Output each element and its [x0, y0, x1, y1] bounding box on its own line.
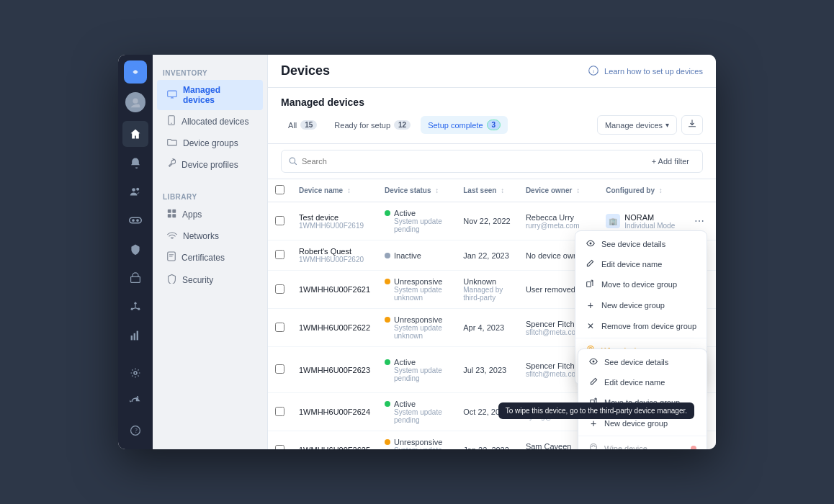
svg-rect-15 — [134, 333, 135, 341]
tab-setup-count: 3 — [487, 120, 501, 130]
nav-sync[interactable] — [122, 389, 148, 415]
nav-help[interactable]: ? — [122, 418, 148, 444]
status-dot — [385, 401, 390, 407]
cell-last-seen: Jan 22, 2022 — [456, 431, 519, 450]
tab-setup-complete[interactable]: Setup complete 3 — [421, 116, 508, 134]
nav-users[interactable] — [122, 179, 148, 204]
menu-see-details-2[interactable]: See device details — [578, 352, 707, 372]
nav-vr[interactable] — [122, 207, 148, 233]
menu-divider-1 — [575, 338, 707, 338]
col-device-owner: Device owner ↕ — [519, 179, 598, 202]
cell-last-seen: Apr 4, 2023 — [456, 309, 519, 347]
eye-icon-2 — [588, 357, 598, 367]
learn-link[interactable]: Learn how to set up devices — [604, 67, 703, 76]
sort-icon-owner[interactable]: ↕ — [576, 186, 580, 194]
chevron-down-icon: ▾ — [665, 121, 669, 129]
secondary-sidebar: Inventory Managed devices Allocated devi… — [153, 55, 268, 449]
eye-icon — [586, 239, 596, 249]
menu-move-group-1[interactable]: Move to device group — [575, 274, 707, 294]
nav-settings-bottom[interactable] — [122, 360, 148, 386]
cell-device-name: 1WMHH6U00F2622 — [292, 309, 377, 347]
add-filter-button[interactable]: + Add filter — [646, 154, 695, 168]
svg-rect-20 — [168, 91, 177, 96]
nav-integrations[interactable] — [122, 294, 148, 320]
svg-rect-14 — [131, 336, 133, 340]
svg-line-34 — [295, 163, 297, 165]
nav-shield[interactable] — [122, 236, 148, 262]
row-checkbox[interactable] — [275, 216, 284, 225]
nav-store[interactable] — [122, 265, 148, 291]
menu-edit-name-2[interactable]: Edit device name — [578, 372, 707, 392]
tooltip-text: To wipe this device, go to the third-par… — [506, 407, 687, 415]
cell-device-name: Robert's Quest1WMHH6U00F2620 — [292, 240, 377, 271]
sidebar-item-networks[interactable]: Networks — [157, 225, 263, 246]
svg-point-1 — [133, 99, 138, 104]
apps-icon — [167, 209, 176, 220]
sidebar-item-device-groups[interactable]: Device groups — [157, 132, 263, 153]
library-section-title: Library — [153, 187, 267, 204]
col-last-seen: Last seen ↕ — [456, 179, 519, 202]
svg-point-27 — [171, 238, 173, 239]
sidebar-item-allocated-devices[interactable]: Allocated devices — [157, 110, 263, 132]
row-actions-button[interactable]: ⋯ — [690, 214, 709, 228]
svg-point-3 — [136, 188, 139, 191]
svg-rect-4 — [130, 217, 142, 223]
svg-rect-16 — [137, 331, 138, 341]
plus-icon-2: + — [588, 418, 598, 429]
sidebar-item-security[interactable]: Security — [157, 269, 263, 291]
sort-icon-status[interactable]: ↕ — [435, 186, 439, 194]
cell-device-status: Unresponsive System update unknown — [377, 271, 456, 309]
row-checkbox[interactable] — [275, 250, 284, 259]
nav-bell[interactable] — [122, 150, 148, 176]
nav-home[interactable] — [122, 121, 148, 147]
cell-device-name: 1WMHH6U00F2623 — [292, 347, 377, 393]
folder-icon — [167, 138, 177, 148]
export-button[interactable] — [681, 115, 703, 135]
menu-new-group-1[interactable]: + New device group — [575, 294, 707, 316]
move-icon — [586, 279, 596, 289]
tab-all[interactable]: All 15 — [281, 117, 324, 133]
menu-wipe-2[interactable]: Wipe device — [578, 438, 707, 449]
info-icon: i — [588, 66, 598, 77]
tab-ready[interactable]: Ready for setup 12 — [327, 117, 418, 133]
cell-device-name: 1WMHH6U00F2625 — [292, 431, 377, 450]
user-avatar[interactable] — [125, 92, 145, 112]
menu-remove-group-1[interactable]: ✕ Remove from device group — [575, 316, 707, 336]
x-icon: ✕ — [586, 321, 596, 331]
status-dot — [385, 359, 390, 365]
svg-point-40 — [591, 444, 597, 450]
sidebar-item-device-profiles[interactable]: Device profiles — [157, 153, 263, 176]
row-checkbox[interactable] — [275, 407, 284, 416]
cell-device-name: 1WMHH6U00F2621 — [292, 271, 377, 309]
device-groups-label: Device groups — [183, 138, 238, 148]
row-checkbox[interactable] — [275, 284, 284, 294]
select-all-checkbox[interactable] — [275, 185, 284, 194]
wifi-icon — [167, 230, 177, 241]
row-checkbox[interactable] — [275, 323, 284, 332]
menu-see-details-1[interactable]: See device details — [575, 234, 707, 254]
sidebar-item-certificates[interactable]: Certificates — [157, 246, 263, 269]
svg-text:?: ? — [135, 428, 138, 434]
sidebar-item-apps[interactable]: Apps — [157, 204, 263, 225]
sidebar-item-managed-devices[interactable]: Managed devices — [157, 80, 263, 110]
cell-device-name: Test device1WMHH6U00F2619 — [292, 202, 377, 240]
row-checkbox[interactable] — [275, 445, 284, 450]
row-checkbox[interactable] — [275, 364, 284, 374]
sort-icon-name[interactable]: ↕ — [347, 186, 351, 194]
sort-icon-seen[interactable]: ↕ — [501, 186, 504, 194]
search-input[interactable] — [302, 157, 642, 166]
context-menu-2: See device details Edit device name Move… — [578, 348, 707, 449]
menu-edit-name-1[interactable]: Edit device name — [575, 254, 707, 274]
cell-last-seen: Jan 22, 2023 — [456, 240, 519, 271]
cell-device-name: 1WMHH6U00F2624 — [292, 393, 377, 431]
nav-analytics[interactable] — [122, 323, 148, 348]
tab-ready-count: 12 — [394, 120, 411, 130]
sort-icon-configured[interactable]: ↕ — [659, 186, 663, 194]
col-configured-by: Configured by ↕ — [598, 179, 683, 202]
manage-devices-button[interactable]: Manage devices ▾ — [597, 115, 677, 135]
apps-label: Apps — [182, 210, 202, 220]
config-icon: 🏢 — [606, 214, 620, 228]
svg-rect-36 — [587, 282, 591, 287]
security-icon — [167, 274, 176, 286]
svg-point-6 — [136, 219, 139, 222]
